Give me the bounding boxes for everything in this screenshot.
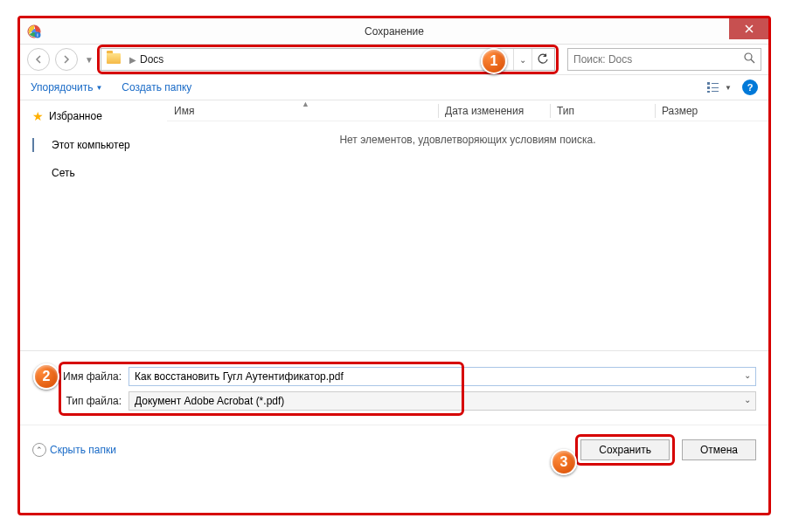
chevron-down-icon[interactable]: ⌄ (744, 370, 751, 380)
hide-folders-toggle[interactable]: ⌃ Скрыть папки (32, 443, 116, 457)
organize-label: Упорядочить (31, 81, 93, 93)
search-input[interactable] (573, 53, 744, 66)
close-button[interactable] (729, 18, 768, 39)
svg-rect-9 (712, 87, 719, 88)
help-button[interactable]: ? (742, 79, 758, 95)
filename-input[interactable] (129, 367, 756, 386)
filetype-select[interactable]: Документ Adobe Acrobat (*.pdf) (129, 391, 756, 411)
view-options-button[interactable]: ▼ (707, 81, 732, 93)
file-list-area: ▲ Имя Дата изменения Тип Размер Нет элем… (167, 100, 768, 350)
filetype-label: Тип файла: (32, 395, 129, 407)
recent-locations-button[interactable]: ▼ (83, 50, 95, 69)
annotation-badge-1: 1 (481, 48, 507, 74)
arrow-right-icon (61, 54, 72, 65)
navigation-row: ▼ ▶ Docs ⌄ (20, 45, 768, 74)
chevron-down-icon: ▼ (95, 84, 102, 92)
svg-rect-6 (707, 86, 710, 89)
search-box[interactable] (567, 48, 761, 71)
organize-menu[interactable]: Упорядочить ▼ (31, 81, 102, 93)
filetype-value: Документ Adobe Acrobat (*.pdf) (135, 395, 284, 407)
hide-folders-label: Скрыть папки (50, 444, 116, 456)
titlebar: i Сохранение (20, 18, 768, 45)
sidebar: ★ Избранное Этот компьютер Сеть (20, 100, 167, 350)
breadcrumb-separator-icon: ▶ (126, 55, 140, 65)
new-folder-label: Создать папку (122, 81, 191, 93)
svg-rect-8 (712, 83, 719, 84)
save-dialog-window: i Сохранение ▼ ▶ Docs ⌄ (17, 16, 771, 515)
sidebar-item-network[interactable]: Сеть (32, 167, 155, 179)
chevron-down-icon[interactable]: ⌄ (744, 395, 751, 404)
action-row: ⌃ Скрыть папки Сохранить Отмена (20, 425, 768, 469)
window-title: Сохранение (365, 25, 424, 38)
app-icon: i (27, 24, 41, 38)
annotation-badge-2: 2 (33, 363, 59, 390)
svg-rect-7 (707, 91, 710, 93)
sidebar-item-favorites[interactable]: ★ Избранное (32, 109, 155, 123)
svg-rect-10 (712, 91, 719, 92)
chevron-down-icon: ▼ (725, 84, 732, 92)
network-icon (32, 167, 46, 179)
cancel-button[interactable]: Отмена (682, 439, 756, 460)
back-button[interactable] (27, 48, 50, 71)
sort-indicator-icon: ▲ (302, 100, 309, 108)
close-icon (745, 24, 754, 33)
column-header-size[interactable]: Размер (655, 105, 733, 117)
column-header-date[interactable]: Дата изменения (438, 105, 550, 117)
sidebar-item-label: Избранное (49, 110, 102, 122)
arrow-left-icon (33, 54, 44, 65)
sidebar-item-this-pc[interactable]: Этот компьютер (32, 139, 155, 151)
annotation-badge-3: 3 (551, 449, 577, 475)
column-header-type[interactable]: Тип (550, 105, 655, 117)
column-headers: ▲ Имя Дата изменения Тип Размер (167, 100, 768, 121)
address-dropdown-button[interactable]: ⌄ (513, 49, 531, 70)
save-button[interactable]: Сохранить (580, 439, 670, 460)
svg-rect-5 (707, 82, 710, 85)
computer-icon (32, 139, 46, 151)
empty-message: Нет элементов, удовлетворяющих условиям … (167, 134, 768, 146)
breadcrumb-folder[interactable]: Docs (140, 53, 163, 66)
body-area: ★ Избранное Этот компьютер Сеть ▲ Имя Да… (20, 100, 768, 350)
toolbar: Упорядочить ▼ Создать папку ▼ ? (20, 74, 768, 100)
sidebar-item-label: Сеть (52, 167, 75, 179)
chevron-up-icon: ⌃ (32, 443, 46, 457)
view-icon (707, 81, 723, 93)
svg-point-4 (745, 53, 752, 60)
search-icon (744, 52, 755, 66)
folder-icon (107, 52, 122, 67)
star-icon: ★ (32, 109, 44, 123)
new-folder-button[interactable]: Создать папку (122, 81, 191, 93)
filename-panel: Имя файла: ⌄ Тип файла: Документ Adobe A… (20, 350, 768, 425)
refresh-button[interactable] (531, 49, 552, 70)
sidebar-item-label: Этот компьютер (52, 139, 130, 151)
refresh-icon (537, 53, 549, 66)
forward-button[interactable] (55, 48, 78, 71)
